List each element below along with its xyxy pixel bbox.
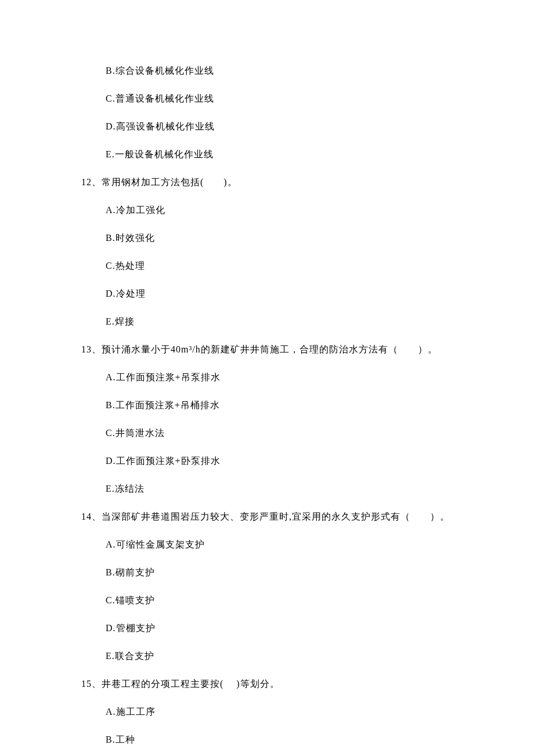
option-d: D.管棚支护 bbox=[106, 621, 464, 635]
question-15: 15、井巷工程的分项工程主要按( )等划分。 bbox=[81, 677, 464, 691]
option-b: B.砌前支护 bbox=[106, 566, 464, 579]
option-b: B.工作面预注浆+吊桶排水 bbox=[106, 398, 464, 412]
question-12: 12、常用钢材加工方法包括( )。 bbox=[81, 175, 464, 189]
option-c: C.普通设备机械化作业线 bbox=[106, 92, 464, 106]
option-c: C.热处理 bbox=[106, 259, 464, 273]
option-e: E.联合支护 bbox=[106, 649, 464, 663]
question-14: 14、当深部矿井巷道围岩压力较大、变形严重时,宜采用的永久支护形式有（ ）。 bbox=[81, 510, 464, 524]
option-c: C.锚喷支护 bbox=[106, 593, 464, 607]
option-a: A.冷加工强化 bbox=[106, 203, 464, 217]
option-e: E.焊接 bbox=[106, 315, 464, 329]
option-b: B.时效强化 bbox=[106, 231, 464, 245]
option-a: A.工作面预注浆+吊泵排水 bbox=[106, 370, 464, 384]
question-13: 13、预计涌水量小于40m³/h的新建矿井井筒施工，合理的防治水方法有（ ）。 bbox=[81, 343, 464, 357]
option-c: C.井筒泄水法 bbox=[106, 426, 464, 440]
option-e: E.冻结法 bbox=[106, 482, 464, 496]
option-d: D.冷处理 bbox=[106, 287, 464, 301]
option-e: E.一般设备机械化作业线 bbox=[106, 147, 464, 161]
option-b: B.工种 bbox=[106, 733, 464, 747]
option-d: D.高强设备机械化作业线 bbox=[106, 120, 464, 134]
page-content: B.综合设备机械化作业线 C.普通设备机械化作业线 D.高强设备机械化作业线 E… bbox=[81, 64, 464, 747]
option-a: A.施工工序 bbox=[106, 705, 464, 719]
option-d: D.工作面预注浆+卧泵排水 bbox=[106, 454, 464, 468]
option-b: B.综合设备机械化作业线 bbox=[106, 64, 464, 78]
option-a: A.可缩性金属支架支护 bbox=[106, 538, 464, 552]
